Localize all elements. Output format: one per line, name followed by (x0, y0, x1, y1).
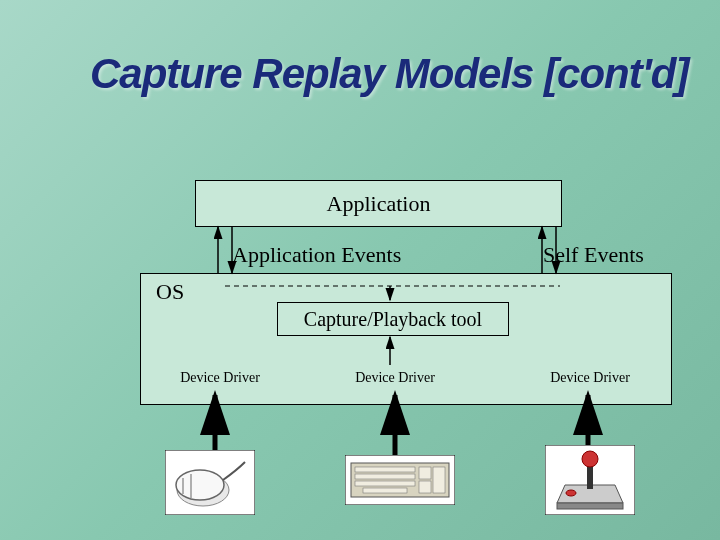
svg-rect-23 (419, 481, 431, 493)
keyboard-icon (345, 455, 455, 505)
device-driver-label-1: Device Driver (160, 370, 280, 386)
svg-rect-21 (419, 467, 431, 479)
svg-rect-26 (557, 503, 623, 509)
svg-rect-19 (355, 481, 415, 486)
svg-point-29 (566, 490, 576, 496)
svg-rect-22 (433, 467, 445, 493)
application-box: Application (195, 180, 562, 227)
svg-rect-18 (355, 474, 415, 479)
svg-rect-20 (363, 488, 407, 493)
device-driver-label-3: Device Driver (530, 370, 650, 386)
application-events-label: Application Events (232, 242, 401, 268)
slide-title: Capture Replay Models [cont'd] (90, 50, 688, 98)
device-driver-label-2: Device Driver (335, 370, 455, 386)
os-label: OS (156, 279, 184, 305)
self-events-label: Self Events (543, 242, 644, 268)
svg-rect-17 (355, 467, 415, 472)
capture-playback-tool-box: Capture/Playback tool (277, 302, 509, 336)
svg-point-28 (582, 451, 598, 467)
mouse-icon (165, 450, 255, 515)
joystick-icon (545, 445, 635, 510)
